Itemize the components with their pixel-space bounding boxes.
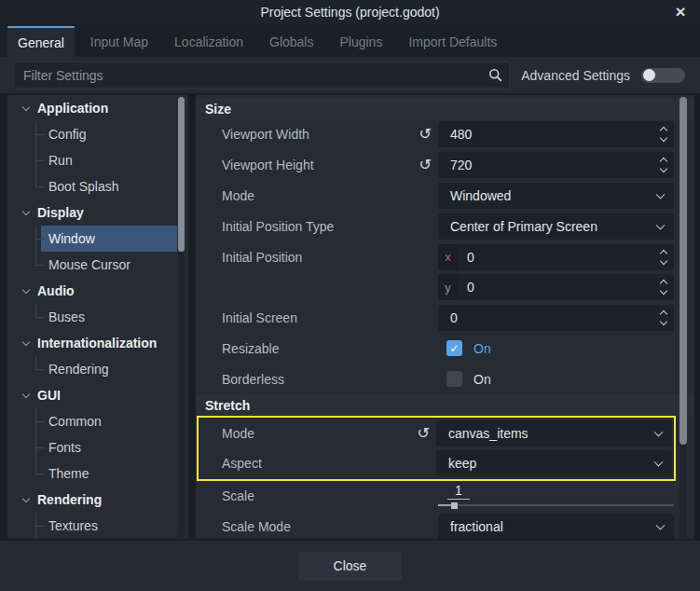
spinner-icon[interactable] xyxy=(661,281,666,294)
chevron-down-icon xyxy=(22,207,30,214)
field-value: 0 xyxy=(458,280,474,295)
property-label: Resizable xyxy=(222,341,279,356)
tab-plugins[interactable]: Plugins xyxy=(329,26,392,57)
chevron-down-icon xyxy=(22,494,30,502)
spinner-icon[interactable] xyxy=(661,128,666,141)
tab-label: Input Map xyxy=(90,34,148,49)
chevron-down-icon xyxy=(654,458,664,467)
sidebar-item-window[interactable]: Window xyxy=(7,226,188,252)
spinner-icon[interactable] xyxy=(661,311,666,324)
revert-icon[interactable]: ↺ xyxy=(419,127,432,142)
settings-panel: Size Viewport Width↺ 480 Viewport Height… xyxy=(196,95,694,539)
revert-icon[interactable]: ↺ xyxy=(419,158,432,172)
close-button[interactable]: Close xyxy=(298,552,402,581)
field-value: 0 xyxy=(438,310,458,325)
sidebar-item-common[interactable]: Common xyxy=(7,408,188,434)
tab-bar: General Input Map Localization Globals P… xyxy=(0,24,700,57)
sidebar-item-buses[interactable]: Buses xyxy=(7,304,188,330)
sidebar-item-intl-rendering[interactable]: Rendering xyxy=(7,356,188,382)
sidebar-item-label: Boot Splash xyxy=(7,173,177,199)
stretch-mode-dropdown[interactable]: canvas_items xyxy=(436,420,672,447)
row-viewport-height: Viewport Height↺ 720 xyxy=(196,150,694,181)
title-bar: Project Settings (project.godot) × xyxy=(0,0,700,24)
sidebar-item-boot-splash[interactable]: Boot Splash xyxy=(7,173,188,199)
check-icon: ✓ xyxy=(449,342,459,355)
filter-row: Advanced Settings xyxy=(0,57,700,93)
initial-position-y-spinbox[interactable]: y0 xyxy=(438,274,674,300)
viewport-height-spinbox[interactable]: 720 xyxy=(438,152,674,178)
sidebar-item-internationalization[interactable]: Internationalization xyxy=(7,330,188,356)
row-resizable: Resizable ✓On xyxy=(196,334,694,364)
property-label: Scale xyxy=(222,488,254,503)
scale-mode-dropdown[interactable]: fractional xyxy=(438,514,674,539)
sidebar-item-theme[interactable]: Theme xyxy=(7,460,188,487)
search-icon xyxy=(488,68,502,82)
sidebar-item-fonts[interactable]: Fonts xyxy=(7,434,188,460)
sidebar-item-mouse-cursor[interactable]: Mouse Cursor xyxy=(7,252,188,278)
row-initial-screen: Initial Screen 0 xyxy=(196,303,694,334)
field-value: 480 xyxy=(438,127,472,142)
revert-icon[interactable]: ↺ xyxy=(418,426,430,441)
spinner-icon[interactable] xyxy=(661,158,666,172)
sidebar-item-label: Mouse Cursor xyxy=(7,252,177,278)
tab-import-defaults[interactable]: Import Defaults xyxy=(398,26,507,57)
sidebar-item-label: Window xyxy=(41,226,177,252)
scale-value[interactable]: 1 xyxy=(447,483,470,500)
sidebar-item-label: Fonts xyxy=(7,434,177,460)
sidebar-item-display[interactable]: Display xyxy=(7,199,188,226)
field-value: Center of Primary Screen xyxy=(438,219,597,234)
tab-localization[interactable]: Localization xyxy=(164,26,254,57)
sidebar-item-run[interactable]: Run xyxy=(7,147,188,173)
row-scale-mode: Scale Mode fractional xyxy=(196,512,694,539)
initial-screen-spinbox[interactable]: 0 xyxy=(438,305,674,331)
property-label: Aspect xyxy=(222,456,262,471)
field-value: keep xyxy=(436,456,476,471)
sidebar-item-config[interactable]: Config xyxy=(7,121,188,147)
row-borderless: Borderless On xyxy=(196,364,694,394)
sidebar-item-gui[interactable]: GUI xyxy=(7,382,188,408)
resizable-checkbox[interactable]: ✓ xyxy=(446,340,462,356)
chevron-down-icon xyxy=(22,390,30,397)
sidebar-item-label: Buses xyxy=(7,304,177,330)
filter-input-wrap xyxy=(13,62,510,89)
sidebar-item-rendering[interactable]: Rendering xyxy=(7,487,188,513)
property-label: Initial Position Type xyxy=(222,219,334,234)
sidebar-scrollbar-thumb[interactable] xyxy=(178,97,185,252)
property-label: Initial Screen xyxy=(222,310,297,325)
stretch-aspect-dropdown[interactable]: keep xyxy=(436,450,672,476)
sidebar-item-label: GUI xyxy=(37,388,61,403)
settings-scrollbar-thumb[interactable] xyxy=(679,97,687,445)
property-label: Viewport Width xyxy=(222,127,309,142)
chevron-down-icon xyxy=(654,427,664,436)
sidebar-item-application[interactable]: Application xyxy=(7,95,188,121)
tab-input-map[interactable]: Input Map xyxy=(80,26,158,57)
initial-position-x-spinbox[interactable]: x0 xyxy=(438,244,674,270)
tab-general[interactable]: General xyxy=(7,26,75,57)
borderless-checkbox[interactable] xyxy=(446,371,462,387)
tab-label: Import Defaults xyxy=(408,34,497,49)
tab-globals[interactable]: Globals xyxy=(259,26,323,57)
sidebar-item-textures[interactable]: Textures xyxy=(7,513,188,539)
chevron-down-icon xyxy=(22,337,30,345)
search-input[interactable] xyxy=(13,62,510,89)
viewport-width-spinbox[interactable]: 480 xyxy=(438,121,674,147)
checkbox-state-label: On xyxy=(474,341,491,356)
initial-position-type-dropdown[interactable]: Center of Primary Screen xyxy=(438,213,674,240)
settings-tree: Application Config Run Boot Splash Displ… xyxy=(7,95,188,539)
chevron-down-icon xyxy=(656,190,666,199)
field-value: Windowed xyxy=(438,188,511,203)
spinner-icon[interactable] xyxy=(661,251,666,264)
project-settings-dialog: Project Settings (project.godot) × Gener… xyxy=(0,0,700,591)
close-icon[interactable]: × xyxy=(668,0,693,24)
advanced-settings-toggle[interactable] xyxy=(641,68,685,83)
tab-label: Globals xyxy=(269,34,313,49)
toggle-knob xyxy=(643,69,655,81)
highlight-box: Mode↺ canvas_items Aspect keep xyxy=(197,416,676,481)
sidebar-item-label: Common xyxy=(7,408,177,434)
slider-thumb[interactable] xyxy=(451,502,458,509)
sidebar-item-audio[interactable]: Audio xyxy=(7,278,188,304)
property-label: Scale Mode xyxy=(222,519,291,534)
scale-slider[interactable] xyxy=(438,502,674,509)
window-mode-dropdown[interactable]: Windowed xyxy=(438,183,674,209)
field-value: fractional xyxy=(438,519,503,534)
